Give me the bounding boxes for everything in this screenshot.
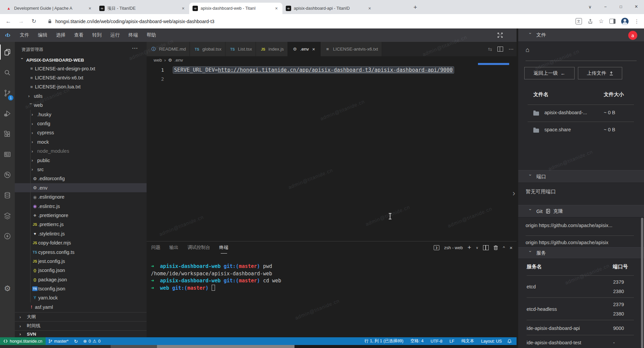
terminal-dropdown-icon[interactable]: ∨ [476, 246, 478, 250]
scrollbar-thumb[interactable] [641, 218, 643, 348]
editor-tab[interactable]: JS index.js [256, 42, 288, 56]
git-section-header[interactable]: › Git 克隆 [518, 205, 644, 217]
browser-tab[interactable]: apisix-dashboard-api - TitanID × [282, 3, 376, 14]
breadcrumb-file[interactable]: .env [174, 58, 183, 63]
menu-item[interactable]: 查看 [70, 32, 88, 38]
tree-row[interactable]: JS copy-folder.mjs [15, 238, 147, 247]
tab-search-icon[interactable]: ∨ [582, 0, 598, 13]
new-terminal-icon[interactable]: + [468, 244, 471, 251]
tab-close-icon[interactable]: × [274, 6, 279, 11]
services-section-header[interactable]: › 服务 [518, 247, 644, 259]
code-area[interactable]: 1 SERVE_URL_DEV=http://hongxi.titanide.c… [147, 65, 517, 83]
minimize-button[interactable]: − [598, 0, 613, 13]
tree-row[interactable]: › public [15, 156, 147, 165]
tree-row[interactable]: ◉ .eslintrc.js [15, 202, 147, 211]
source-control-icon[interactable]: 1 [0, 83, 15, 103]
editor-tab[interactable]: TS global.tsx [190, 42, 225, 56]
tree-row[interactable]: › utils [15, 91, 147, 100]
split-terminal-icon[interactable] [483, 245, 489, 250]
menu-item[interactable]: 编辑 [34, 32, 52, 38]
editor-tab[interactable]: ⓘ README.md [147, 42, 190, 56]
more-actions-icon[interactable]: ⋯ [508, 46, 514, 52]
status-item[interactable]: 纯文本 [460, 337, 476, 345]
close-panel-icon[interactable]: × [509, 245, 513, 251]
layers-icon[interactable] [0, 205, 15, 226]
tree-row[interactable]: TS tsconfig.json [15, 284, 147, 293]
tree-row[interactable]: › cypress [15, 128, 147, 137]
explorer-more-icon[interactable]: ⋯ [132, 45, 138, 52]
panel-expand-chevron-icon[interactable]: › [513, 189, 515, 198]
panel-tab[interactable]: 调试控制台 [187, 245, 210, 254]
tree-row[interactable]: ⚙ .editorconfig [15, 174, 147, 183]
run-debug-icon[interactable] [0, 103, 15, 124]
git-remote[interactable]: origin https://github.com/apache/apisix.… [526, 223, 636, 228]
files-section-header[interactable]: › 文件 [518, 28, 644, 42]
browser-tab[interactable]: Development Guide | Apache A × [3, 3, 96, 14]
menu-item[interactable]: 终端 [124, 32, 142, 38]
fullscreen-icon[interactable] [497, 32, 503, 38]
tree-row[interactable]: ≡ LICENSE-ant-design-pro.txt [15, 64, 147, 73]
tree-row[interactable]: JS jest.config.js [15, 257, 147, 266]
back-icon[interactable]: ← [5, 18, 12, 25]
terminal-output[interactable]: ➜ apisix-dashboard-web git:(master) pwd/… [151, 263, 281, 292]
sidebar-section-svn[interactable]: › SVN [15, 330, 147, 337]
tree-row[interactable]: {} jsconfig.json [15, 266, 147, 275]
tree-row[interactable]: › web [15, 101, 147, 110]
problems-indicator[interactable]: ⊗ 0 ⚠ 0 [80, 337, 103, 345]
menu-item[interactable]: 选择 [52, 32, 70, 38]
status-item[interactable]: 行 1, 列 1 (已选择89) [363, 337, 406, 345]
git-branch-indicator[interactable]: master* [46, 337, 71, 345]
editor-tab[interactable]: TS List.tsx [225, 42, 256, 56]
breadcrumb[interactable]: web › ⚙ .env [154, 58, 183, 63]
settings-gear-icon[interactable]: ⚙ [0, 281, 15, 295]
tree-row[interactable]: › src [15, 165, 147, 174]
browser-tab[interactable]: apisix-dashboard-web - TitanI × [189, 3, 282, 14]
tree-row[interactable]: › mock [15, 137, 147, 146]
go-up-button[interactable]: 返回上一级← [524, 67, 575, 79]
maximize-button[interactable]: □ [613, 0, 629, 13]
maximize-panel-icon[interactable]: ^ [503, 245, 505, 250]
extensions-icon[interactable] [0, 124, 15, 144]
bookmark-star-icon[interactable]: ☆ [599, 18, 604, 25]
menu-item[interactable]: 运行 [106, 32, 124, 38]
open-changes-icon[interactable]: ⇆ [488, 46, 492, 52]
sidebar-section-outline[interactable]: › 大纲 [15, 312, 147, 321]
browser-menu-icon[interactable]: ⋮ [634, 18, 639, 24]
forward-icon[interactable]: → [17, 18, 25, 25]
tab-close-icon[interactable]: × [311, 46, 317, 52]
share-icon[interactable] [588, 19, 593, 24]
tab-close-icon[interactable]: × [87, 6, 93, 11]
omnibox[interactable]: hongxi.titanide.cn/ide/web/coding/apisix… [43, 16, 570, 27]
tree-row[interactable]: › config [15, 119, 147, 128]
status-item[interactable]: UTF-8 [429, 337, 444, 345]
kill-terminal-icon[interactable] [493, 245, 498, 250]
side-panel-icon[interactable] [609, 19, 615, 24]
panel-tab[interactable]: 问题 [151, 245, 160, 254]
close-window-button[interactable]: × [629, 0, 644, 13]
remote-indicator[interactable]: hongxi.titanide.cn [0, 337, 46, 345]
search-icon[interactable] [0, 62, 15, 83]
report-panel-icon[interactable] [0, 144, 15, 164]
tree-row[interactable]: › node_modules [15, 147, 147, 156]
shell-label[interactable]: zsh - web [444, 245, 463, 250]
project-root[interactable]: › APISIX-DASHBOARD-WEB [19, 58, 84, 63]
tab-close-icon[interactable]: × [367, 6, 372, 11]
new-tab-button[interactable]: + [411, 3, 420, 12]
upload-file-button[interactable]: 上传文件 [578, 67, 622, 79]
tree-row[interactable]: TS cypress.config.ts [15, 248, 147, 257]
editor-tab[interactable]: ⚙ .env × [288, 42, 321, 56]
panel-tab[interactable]: 终端 [219, 245, 228, 254]
browser-tab[interactable]: 项目 - TitanIDE × [96, 3, 189, 14]
tree-row[interactable]: ≡ LICENSE-antvis-x6.txt [15, 73, 147, 82]
status-item[interactable]: 空格: 4 [409, 337, 426, 345]
split-editor-icon[interactable] [497, 47, 503, 52]
sync-indicator[interactable]: ↻ [71, 337, 80, 345]
explorer-icon[interactable] [0, 42, 15, 62]
status-item[interactable]: Layout: US [479, 337, 504, 345]
notifications-bell-icon[interactable] [507, 339, 512, 344]
panel-tab[interactable]: 输出 [169, 245, 178, 254]
database-icon[interactable] [0, 185, 15, 205]
tree-row[interactable]: ≡ LICENSE-json.lua.txt [15, 82, 147, 91]
tree-row[interactable]: JS .prettierrc.js [15, 220, 147, 229]
sidebar-section-timeline[interactable]: › 时间线 [15, 321, 147, 330]
